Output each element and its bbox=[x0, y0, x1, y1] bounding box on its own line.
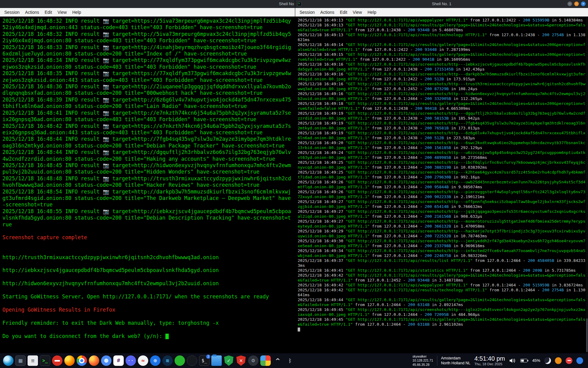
text-run bbox=[2, 241, 6, 247]
games-icon[interactable] bbox=[260, 355, 271, 366]
text-run: 2025/12/18 16:49:25 bbox=[298, 160, 346, 165]
show-desktop-icon[interactable]: ▦ bbox=[15, 355, 26, 366]
text-run: 2025/12/18 16:49:44 bbox=[298, 297, 346, 302]
scrollbar[interactable] bbox=[586, 17, 588, 353]
icon-glyph: $_ bbox=[202, 358, 207, 363]
firefox-esr-icon[interactable] bbox=[89, 355, 99, 366]
menu-actions[interactable]: Actions bbox=[318, 9, 337, 16]
external-ip: 45.66.35.28 bbox=[413, 363, 433, 367]
terminal-line: 2025/12/18 16:48:48 INFO result 📷 target… bbox=[2, 175, 292, 189]
terminal-line: 2025/12/18 16:48:39 INFO result 📷 target… bbox=[2, 97, 292, 110]
globe-icon[interactable]: ⊕ bbox=[150, 355, 160, 366]
text-run: 200 72095B bbox=[425, 312, 449, 317]
terminal-line: 2025/12/18 16:49:27 "GET http://127.0.0.… bbox=[298, 199, 586, 209]
terminal-line: 2025/12/18 16:48:44 INFO result 📷 target… bbox=[2, 136, 292, 149]
text-run: 200 515959B bbox=[523, 283, 549, 287]
scrollbar-thumb[interactable] bbox=[586, 318, 588, 352]
terminal-line: 2025/12/18 16:49:41 "GET http://127.0.0.… bbox=[298, 268, 586, 273]
menu-session[interactable]: Session bbox=[297, 9, 318, 16]
text-run: in 10.273568ms bbox=[451, 155, 487, 160]
volume-icon[interactable] bbox=[509, 358, 516, 364]
text-run: 2025/12/18 16:49:24 bbox=[298, 150, 346, 155]
text-run: from 127.0.0.1:2438 - bbox=[370, 136, 425, 140]
slack-icon[interactable]: # bbox=[113, 355, 124, 366]
minimize-button[interactable] bbox=[567, 2, 572, 6]
text-run: "GET http://127.0.0.1:7171/api/wappalyze… bbox=[346, 18, 468, 22]
left-terminal-output[interactable]: 2025/12/18 16:48:32 INFO result 📷 target… bbox=[0, 17, 295, 353]
icon-glyph: ≋ bbox=[166, 358, 170, 363]
wireshark-icon[interactable]: ≋ bbox=[162, 355, 173, 366]
app-menu-icon[interactable] bbox=[3, 355, 13, 366]
maximize-button[interactable] bbox=[574, 2, 579, 6]
desktop: Shell No Session Actions Edit View Help … bbox=[0, 0, 588, 353]
terminal-line: 2025/12/18 16:49:42 "GET http://127.0.0.… bbox=[298, 283, 586, 288]
right-terminal-output[interactable]: 2025/12/18 16:49:13 "GET http://127.0.0.… bbox=[295, 17, 588, 353]
shield-red-icon[interactable]: × bbox=[236, 355, 246, 366]
close-button[interactable] bbox=[581, 2, 586, 6]
right-titlebar[interactable]: Shell No. 1 bbox=[295, 0, 588, 8]
menu-edit[interactable]: Edit bbox=[42, 9, 55, 16]
night-light-icon[interactable] bbox=[544, 357, 551, 364]
icon-glyph: × bbox=[239, 358, 243, 363]
text-run: in 10.983226ms bbox=[451, 253, 487, 258]
text-run: in 10.160956ms bbox=[434, 57, 470, 62]
text-run: 2025/12/18 16:48:36 INFO result 📷 target… bbox=[2, 83, 291, 96]
terminal-sessions-icon[interactable]: $_2 bbox=[199, 355, 209, 366]
terminal-cursor bbox=[298, 328, 300, 332]
terminal-window-icon bbox=[297, 2, 302, 6]
icon-glyph: # bbox=[117, 358, 121, 363]
files-app-icon[interactable]: ≡ bbox=[28, 355, 38, 366]
black-status-icon[interactable] bbox=[187, 355, 197, 366]
chrome-icon[interactable] bbox=[77, 355, 87, 366]
menu-edit[interactable]: Edit bbox=[337, 9, 350, 16]
terminal-line: Starting GoWitness Server, Open http://1… bbox=[2, 293, 292, 300]
terminal-line bbox=[298, 327, 586, 332]
text-run: Screenshot capture complete bbox=[2, 234, 87, 240]
firefox-icon[interactable] bbox=[64, 355, 75, 366]
discord-icon[interactable] bbox=[126, 355, 136, 366]
text-run: from 127.0.0.1:2438 - bbox=[353, 28, 408, 32]
chromium-icon[interactable] bbox=[101, 355, 111, 366]
text-run: from 127.0.0.1:2464 - bbox=[370, 175, 425, 179]
chevron-up-icon[interactable]: ^ bbox=[273, 355, 283, 366]
clock[interactable]: 4:51:40 pm Thu, 18 Dec 2025 bbox=[474, 355, 505, 366]
text-run: in 1.470058ms bbox=[451, 224, 485, 228]
terminal-line: 2025/12/18 16:48:32 INFO result 📷 target… bbox=[2, 31, 292, 44]
battery-icon[interactable] bbox=[520, 358, 528, 363]
text-run: from 127.0.0.1:2438 - bbox=[487, 33, 542, 37]
terminal-line: 2025/12/18 16:48:42 INFO result 📷 target… bbox=[2, 123, 292, 136]
text-run: 2025/12/18 16:48:44 INFO result 📷 target… bbox=[2, 149, 291, 162]
do-not-disturb-icon[interactable] bbox=[566, 357, 572, 364]
network-status-icon[interactable] bbox=[576, 357, 583, 364]
text-run: 200 87329B bbox=[425, 86, 449, 91]
terminal-app-icon[interactable]: >_ bbox=[40, 355, 50, 366]
settings-icon[interactable]: ⚙ bbox=[248, 355, 258, 366]
shield-green-icon[interactable]: ✓ bbox=[224, 355, 234, 366]
no-entry-icon[interactable] bbox=[52, 355, 62, 366]
menu-view[interactable]: View bbox=[55, 9, 70, 16]
text-run bbox=[2, 274, 6, 280]
menu-help[interactable]: Help bbox=[70, 9, 84, 16]
green-status-icon[interactable] bbox=[175, 355, 185, 366]
text-run: 2025/12/18 16:49:42 bbox=[298, 273, 346, 278]
left-titlebar[interactable]: Shell No bbox=[0, 0, 295, 8]
text-run: 2025/12/18 16:49:20 bbox=[298, 140, 346, 145]
text-run: from 127.0.0.1:2438 - bbox=[370, 116, 425, 121]
notifications-icon[interactable] bbox=[555, 357, 562, 364]
text-run: from 127.0.0.1:2464 - bbox=[370, 224, 425, 228]
bluetooth-icon[interactable]: ᛒ bbox=[285, 355, 295, 366]
menu-help[interactable]: Help bbox=[365, 9, 379, 16]
text-run: 2025/12/18 16:49:26 bbox=[298, 190, 346, 194]
text-run: 200 224675B bbox=[425, 253, 451, 258]
text-run: "GET http://127.0.0.1:7171/api/results/t… bbox=[346, 288, 487, 292]
menu-session[interactable]: Session bbox=[2, 9, 22, 16]
text-run: from 127.0.0.1:2464 - bbox=[370, 312, 425, 317]
text-run: 2025/12/18 16:49:13 bbox=[298, 33, 346, 37]
activity-monitor-icon[interactable]: ≈ bbox=[138, 355, 148, 366]
file-manager-icon[interactable] bbox=[211, 355, 222, 366]
text-run: from 127.0.0.1:2422 - bbox=[468, 18, 523, 22]
menu-actions[interactable]: Actions bbox=[22, 9, 42, 16]
text-run: in 10.787463ms bbox=[451, 234, 487, 238]
menu-view[interactable]: View bbox=[350, 9, 365, 16]
system-tray: skywalker 10.128.221.71 45.66.35.28 Amst… bbox=[413, 355, 585, 367]
